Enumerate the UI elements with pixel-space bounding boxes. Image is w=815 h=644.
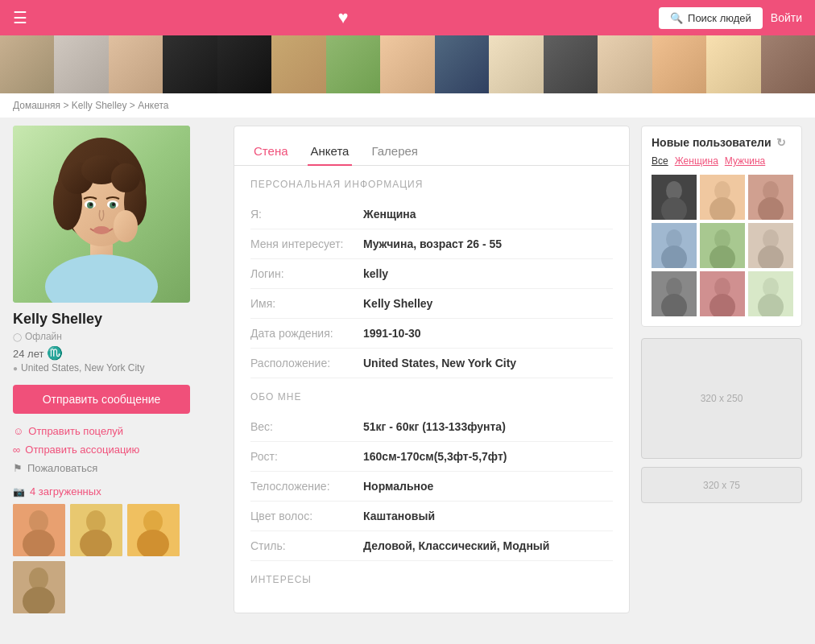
info-row-style: Стиль: Деловой, Классический, Модный xyxy=(250,531,613,561)
filter-female[interactable]: Женщина xyxy=(675,155,718,167)
name-value: Kelly Shelley xyxy=(363,297,432,310)
location-icon: ● xyxy=(13,364,18,373)
profile-status: ◯ Офлайн xyxy=(13,331,222,342)
info-row-gender: Я: Женщина xyxy=(250,200,613,229)
svg-point-15 xyxy=(112,203,115,206)
refresh-icon[interactable]: ↻ xyxy=(776,136,786,149)
svg-point-28 xyxy=(29,568,48,590)
new-users-title: Новые пользователи ↻ xyxy=(652,136,792,149)
user-thumb[interactable] xyxy=(700,271,745,316)
info-row-height: Рост: 160см-170см(5,3фт-5,7фт) xyxy=(250,442,613,472)
send-message-button[interactable]: Отправить сообщение xyxy=(13,385,190,414)
new-users-filters: Все Женщина Мужчина xyxy=(652,155,792,167)
info-row-hair: Цвет волос: Каштановый xyxy=(250,502,613,531)
interested-value: Мужчина, возраст 26 - 55 xyxy=(363,237,502,250)
info-row-build: Телосложение: Нормальное xyxy=(250,472,613,502)
strip-photo[interactable] xyxy=(109,35,163,93)
filter-all[interactable]: Все xyxy=(652,155,668,167)
user-grid xyxy=(652,175,792,316)
breadcrumb-current: Анкета xyxy=(138,100,168,111)
strip-photo[interactable] xyxy=(217,35,271,93)
weight-label: Вес: xyxy=(250,420,363,433)
strip-photo[interactable] xyxy=(326,35,380,93)
filter-male[interactable]: Мужчина xyxy=(725,155,765,167)
height-label: Рост: xyxy=(250,450,363,463)
user-thumb[interactable] xyxy=(748,175,793,220)
strip-photo[interactable] xyxy=(598,35,652,93)
name-label: Имя: xyxy=(250,297,363,310)
profile-name: Kelly Shelley xyxy=(13,311,222,328)
photo-thumb[interactable] xyxy=(70,504,122,556)
send-kiss-link[interactable]: ☺ Отправить поцелуй xyxy=(13,425,222,437)
user-thumb[interactable] xyxy=(748,223,793,268)
weight-value: 51кг - 60кг (113-133фунта) xyxy=(363,420,506,433)
strip-photo[interactable] xyxy=(435,35,489,93)
tab-gallery[interactable]: Галерея xyxy=(368,138,421,166)
strip-photo[interactable] xyxy=(706,35,760,93)
user-thumb[interactable] xyxy=(748,271,793,316)
location-label: Расположение: xyxy=(250,357,363,369)
photo-thumb[interactable] xyxy=(13,561,65,613)
user-thumb[interactable] xyxy=(700,223,745,268)
strip-photo[interactable] xyxy=(54,35,108,93)
search-button[interactable]: 🔍 Поиск людей xyxy=(659,7,763,29)
photo-strip xyxy=(0,35,815,93)
tab-anketa[interactable]: Анкета xyxy=(308,138,353,166)
user-thumb[interactable] xyxy=(652,175,697,220)
ad-box-small: 320 x 75 xyxy=(641,467,802,503)
strip-photo[interactable] xyxy=(489,35,543,93)
photo-thumb[interactable] xyxy=(13,504,65,556)
info-row-location: Расположение: United States, New York Ci… xyxy=(250,349,613,378)
svg-point-9 xyxy=(111,163,140,192)
photo-thumb[interactable] xyxy=(127,504,180,556)
strip-photo[interactable] xyxy=(271,35,325,93)
svg-point-19 xyxy=(29,510,48,533)
profile-location: ● United States, New York City xyxy=(13,362,222,374)
tab-wall[interactable]: Стена xyxy=(250,138,292,166)
right-sidebar: Новые пользователи ↻ Все Женщина Мужчина xyxy=(641,126,802,613)
user-thumb[interactable] xyxy=(652,223,697,268)
gender-label: Я: xyxy=(250,208,363,221)
heart-icon: ♥ xyxy=(337,7,348,28)
strip-photo[interactable] xyxy=(380,35,434,93)
dob-value: 1991-10-30 xyxy=(363,327,421,340)
personal-info-section: ПЕРСОНАЛЬНАЯ ИНФОРМАЦИЯ Я: Женщина Меня … xyxy=(234,166,629,391)
build-label: Телосложение: xyxy=(250,480,363,493)
kiss-icon: ☺ xyxy=(13,425,23,437)
action-links: ☺ Отправить поцелуй ∞ Отправить ассоциац… xyxy=(13,425,222,474)
flag-icon: ⚑ xyxy=(13,462,23,474)
profile-tabs: Стена Анкета Галерея xyxy=(234,126,629,166)
breadcrumb-name[interactable]: Kelly Shelley xyxy=(72,100,127,111)
strip-photo[interactable] xyxy=(544,35,598,93)
interested-label: Меня интересует: xyxy=(250,237,363,250)
profile-photo[interactable] xyxy=(13,126,190,303)
new-users-box: Новые пользователи ↻ Все Женщина Мужчина xyxy=(641,126,802,327)
gender-value: Женщина xyxy=(363,208,416,221)
interests-section: ИНТЕРЕСЫ xyxy=(234,574,629,608)
strip-photo[interactable] xyxy=(0,35,54,93)
strip-photo[interactable] xyxy=(761,35,815,93)
login-label: Логин: xyxy=(250,267,363,280)
strip-photo[interactable] xyxy=(652,35,706,93)
strip-photo[interactable] xyxy=(163,35,217,93)
svg-point-17 xyxy=(114,210,138,242)
breadcrumb-home[interactable]: Домашняя xyxy=(13,100,60,111)
about-me-section: ОБО МНЕ Вес: 51кг - 60кг (113-133фунта) … xyxy=(234,391,629,574)
ad-box-large: 320 x 250 xyxy=(641,338,802,459)
user-thumb[interactable] xyxy=(700,175,745,220)
profile-age-zodiac: 24 лет ♏ xyxy=(13,345,222,361)
header: ☰ ♥ 🔍 Поиск людей Войти xyxy=(0,0,815,35)
menu-icon[interactable]: ☰ xyxy=(13,8,27,27)
send-association-link[interactable]: ∞ Отправить ассоциацию xyxy=(13,444,222,456)
report-link[interactable]: ⚑ Пожаловаться xyxy=(13,462,222,474)
about-me-title: ОБО МНЕ xyxy=(250,391,613,402)
hair-value: Каштановый xyxy=(363,510,435,522)
main-layout: Kelly Shelley ◯ Офлайн 24 лет ♏ ● United… xyxy=(0,118,815,621)
zodiac-icon: ♏ xyxy=(47,346,63,360)
style-value: Деловой, Классический, Модный xyxy=(363,539,549,552)
user-thumb[interactable] xyxy=(652,271,697,316)
login-button[interactable]: Войти xyxy=(771,11,802,24)
clock-icon: ◯ xyxy=(13,332,22,341)
svg-point-25 xyxy=(143,510,163,533)
info-row-login: Логин: kelly xyxy=(250,259,613,289)
